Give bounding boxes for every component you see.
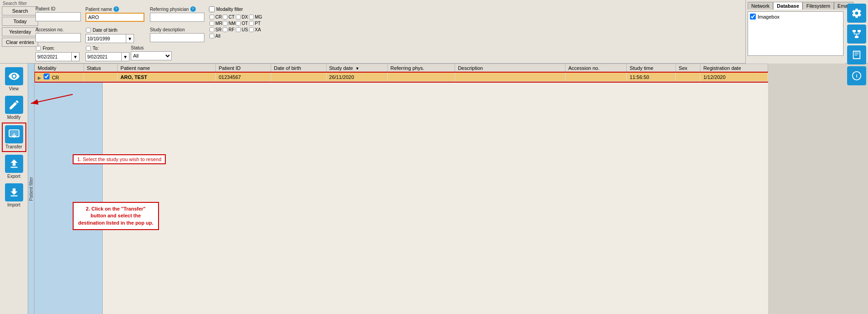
mod-nm[interactable] bbox=[223, 21, 227, 25]
dob-dropdown-button[interactable]: ▼ bbox=[126, 34, 134, 43]
cell-patient-id: 01234567 bbox=[216, 73, 271, 82]
col-dob[interactable]: Date of birth bbox=[271, 64, 326, 73]
import-button[interactable]: Import bbox=[2, 182, 26, 209]
col-patient-name[interactable]: Patient name bbox=[118, 64, 216, 73]
mod-mr[interactable] bbox=[209, 21, 214, 25]
col-study-time[interactable]: Study time bbox=[627, 64, 676, 73]
settings-icon-button[interactable] bbox=[847, 4, 866, 23]
col-study-date[interactable]: Study date ▼ bbox=[326, 64, 387, 73]
mod-ot[interactable] bbox=[236, 21, 240, 25]
to-input[interactable] bbox=[85, 52, 122, 61]
study-description-input[interactable] bbox=[150, 33, 204, 42]
tab-database[interactable]: Database bbox=[773, 2, 803, 10]
mod-cr[interactable] bbox=[209, 15, 214, 19]
mod-xa[interactable] bbox=[249, 27, 253, 32]
transfer-icon bbox=[5, 125, 23, 143]
cell-study-date: 26/11/2020 bbox=[326, 73, 387, 82]
search-button[interactable]: Search bbox=[2, 6, 38, 15]
col-referring[interactable]: Referring phys. bbox=[387, 64, 455, 73]
view-button[interactable]: View bbox=[2, 65, 26, 93]
cell-modality: ▶ CR bbox=[35, 73, 84, 82]
mod-dx[interactable] bbox=[236, 15, 240, 19]
view-icon bbox=[5, 67, 23, 85]
to-checkbox[interactable] bbox=[86, 46, 90, 50]
search-filter-bar: Search filter Search Today Yesterday Cle… bbox=[0, 0, 868, 64]
study-table: Modality Status Patient name Patient ID … bbox=[35, 64, 768, 82]
today-button[interactable]: Today bbox=[2, 17, 38, 26]
imagebox-checkbox[interactable] bbox=[750, 14, 756, 20]
cell-patient-name: ARO, TEST bbox=[118, 73, 216, 82]
table-row[interactable]: ▶ CR ARO, TEST 01234567 26/11/2020 bbox=[35, 73, 768, 82]
network-icon-button[interactable] bbox=[847, 25, 866, 44]
col-description[interactable]: Description bbox=[455, 64, 565, 73]
patient-filter-tab-label: Patient filter bbox=[29, 177, 34, 201]
mod-ct[interactable] bbox=[223, 15, 227, 19]
info-icon-button[interactable]: i bbox=[847, 66, 866, 85]
table-container[interactable]: Modality Status Patient name Patient ID … bbox=[35, 64, 768, 314]
export-button[interactable]: Export bbox=[2, 153, 26, 181]
mod-us[interactable] bbox=[236, 27, 240, 32]
patient-id-label: Patient ID bbox=[35, 6, 81, 11]
from-label: From: bbox=[43, 46, 55, 51]
transfer-label: Transfer bbox=[5, 144, 22, 149]
export-label: Export bbox=[7, 174, 20, 179]
referring-physician-input[interactable] bbox=[150, 13, 204, 22]
book-icon-button[interactable] bbox=[847, 45, 866, 64]
cell-accession bbox=[565, 73, 627, 82]
modify-icon bbox=[5, 96, 23, 114]
clear-entries-button[interactable]: Clear entries bbox=[2, 38, 38, 47]
from-dropdown-button[interactable]: ▼ bbox=[72, 52, 79, 61]
right-panel: Network Database Filesystem Email Imageb… bbox=[745, 0, 845, 64]
from-input[interactable] bbox=[35, 52, 72, 61]
to-dropdown-button[interactable]: ▼ bbox=[122, 52, 129, 61]
sidebar: View Modify Transfer Export bbox=[0, 64, 28, 314]
dob-input[interactable] bbox=[85, 34, 126, 43]
annotation-step1: 1. Select the study you wish to resend bbox=[73, 154, 166, 164]
accession-input[interactable] bbox=[35, 33, 81, 42]
dob-checkbox[interactable] bbox=[86, 28, 90, 32]
mod-all[interactable] bbox=[209, 34, 214, 38]
mod-pt[interactable] bbox=[249, 21, 253, 25]
transfer-button[interactable]: Transfer bbox=[2, 123, 26, 152]
svg-rect-0 bbox=[853, 30, 856, 32]
search-filter-title: Search filter bbox=[3, 1, 27, 6]
cell-description bbox=[455, 73, 565, 82]
from-checkbox[interactable] bbox=[36, 46, 40, 50]
mod-sr[interactable] bbox=[209, 27, 214, 32]
patient-id-input[interactable] bbox=[35, 12, 81, 21]
yesterday-button[interactable]: Yesterday bbox=[2, 27, 38, 36]
col-status[interactable]: Status bbox=[84, 64, 118, 73]
col-sex[interactable]: Sex bbox=[676, 64, 700, 73]
row-checkbox[interactable] bbox=[44, 74, 50, 79]
status-select[interactable]: All New Read Validated bbox=[131, 51, 172, 60]
cell-sex bbox=[676, 73, 700, 82]
mod-mg[interactable] bbox=[249, 15, 253, 19]
modality-filter-checkbox[interactable] bbox=[209, 6, 215, 12]
cell-reg-date: 1/12/2020 bbox=[700, 73, 768, 82]
status-label: Status bbox=[131, 45, 172, 50]
svg-rect-2 bbox=[855, 36, 858, 38]
col-modality[interactable]: Modality bbox=[35, 64, 84, 73]
patient-filter-tab[interactable]: Patient filter bbox=[28, 64, 35, 314]
col-accession[interactable]: Accession no. bbox=[565, 64, 627, 73]
col-reg-date[interactable]: Registration date bbox=[700, 64, 768, 73]
import-icon bbox=[5, 183, 23, 201]
col-patient-id[interactable]: Patient ID bbox=[216, 64, 271, 73]
cell-study-time: 11:56:50 bbox=[627, 73, 676, 82]
accession-label: Accession no. bbox=[35, 27, 81, 32]
sort-arrow-study-date: ▼ bbox=[355, 66, 359, 71]
cell-referring bbox=[387, 73, 455, 82]
tab-filesystem[interactable]: Filesystem bbox=[803, 2, 834, 10]
referring-help-icon[interactable]: ? bbox=[190, 6, 196, 12]
modify-button[interactable]: Modify bbox=[2, 94, 26, 122]
expand-icon[interactable]: ▶ bbox=[38, 75, 41, 80]
export-icon bbox=[5, 155, 23, 173]
mod-rf[interactable] bbox=[223, 27, 227, 32]
patient-name-help-icon[interactable]: ? bbox=[114, 6, 119, 12]
svg-rect-1 bbox=[858, 30, 861, 32]
cell-dob bbox=[271, 73, 326, 82]
dob-label: Date of birth bbox=[93, 28, 117, 33]
patient-name-input[interactable] bbox=[85, 13, 144, 22]
tab-network[interactable]: Network bbox=[748, 2, 773, 10]
import-label: Import bbox=[7, 202, 20, 207]
